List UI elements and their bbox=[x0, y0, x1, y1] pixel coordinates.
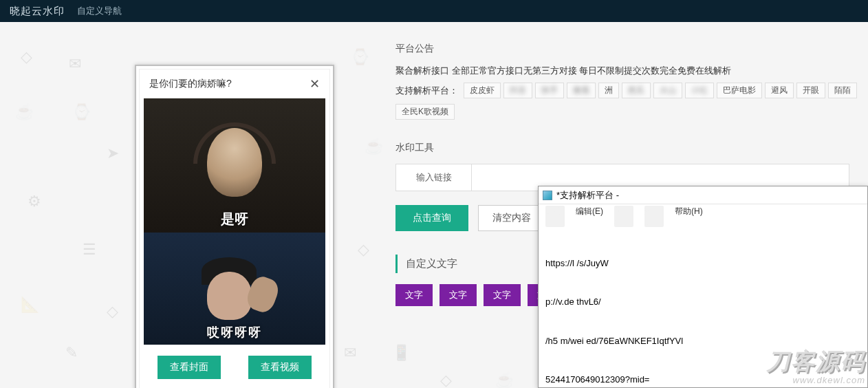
supported-platforms-row: 支持解析平台： 皮皮虾 抖音 快手 微视 洲 西瓜 火山 小红 巴萨电影 避风 … bbox=[395, 83, 863, 98]
notepad-title-text: *支持解析平台 - bbox=[556, 189, 619, 202]
close-icon[interactable]: ✕ bbox=[310, 76, 320, 91]
link-input-addon: 输入链接 bbox=[396, 164, 472, 191]
platform-tag[interactable]: 全民K歌视频 bbox=[395, 104, 455, 120]
video-preview-modal: 是你们要的病娇嘛? ✕ 是呀 哎呀呀呀 bbox=[135, 65, 334, 388]
text-button[interactable]: 文字 bbox=[395, 284, 433, 306]
notepad-content[interactable]: https://l /s/JuyW p://v.de thvL6/ /h5 m/… bbox=[539, 230, 867, 388]
notepad-titlebar[interactable]: *支持解析平台 - bbox=[539, 186, 867, 204]
platform-tag[interactable]: 开眼 bbox=[796, 83, 825, 98]
notepad-menu-help[interactable]: 帮助(H) bbox=[675, 206, 703, 227]
platform-tag[interactable]: 皮皮虾 bbox=[464, 83, 501, 98]
notepad-menubar: 文件F 编辑(E) 格式O 查看V 帮助(H) bbox=[539, 204, 867, 230]
platform-tag[interactable]: 巴萨电影 bbox=[717, 83, 762, 98]
clear-button[interactable]: 清空内容 bbox=[478, 205, 545, 231]
notepad-menu-edit[interactable]: 编辑(E) bbox=[576, 206, 603, 227]
nav-custom-link[interactable]: 自定义导航 bbox=[77, 5, 122, 17]
text-button[interactable]: 文字 bbox=[484, 284, 521, 306]
platform-tag[interactable]: 西瓜 bbox=[622, 83, 651, 98]
top-navbar: 晓起云水印 自定义导航 bbox=[0, 0, 868, 22]
notepad-icon bbox=[543, 191, 552, 200]
platform-tag[interactable]: 抖音 bbox=[503, 83, 532, 98]
query-button[interactable]: 点击查询 bbox=[395, 205, 468, 231]
video-caption-bottom: 哎呀呀呀 bbox=[207, 324, 262, 341]
platform-tag[interactable]: 火山 bbox=[653, 83, 682, 98]
platform-tag[interactable]: 小红 bbox=[685, 83, 714, 98]
announcement-text: 聚合解析接口 全部正常官方接口无第三方对接 每日不限制提交次数完全免费在线解析 bbox=[395, 65, 863, 77]
text-button[interactable]: 文字 bbox=[440, 284, 477, 306]
view-cover-button[interactable]: 查看封面 bbox=[158, 356, 221, 379]
platform-tag[interactable]: 避风 bbox=[765, 83, 794, 98]
announcement-title: 平台公告 bbox=[395, 43, 863, 55]
supported-platforms-label: 支持解析平台： bbox=[395, 85, 458, 97]
modal-title: 是你们要的病娇嘛? bbox=[149, 78, 232, 90]
video-caption-top: 是呀 bbox=[221, 210, 248, 228]
tool-title: 水印工具 bbox=[395, 142, 863, 154]
view-video-button[interactable]: 查看视频 bbox=[248, 356, 312, 379]
video-thumbnail: 是呀 哎呀呀呀 bbox=[144, 98, 325, 345]
platform-tag[interactable]: 微视 bbox=[567, 83, 596, 98]
brand-title: 晓起云水印 bbox=[10, 5, 65, 18]
platform-tag[interactable]: 陌陌 bbox=[828, 83, 857, 98]
platform-tag[interactable]: 洲 bbox=[598, 83, 619, 98]
notepad-window: *支持解析平台 - 文件F 编辑(E) 格式O 查看V 帮助(H) https:… bbox=[538, 186, 868, 388]
platform-tag[interactable]: 快手 bbox=[535, 83, 564, 98]
